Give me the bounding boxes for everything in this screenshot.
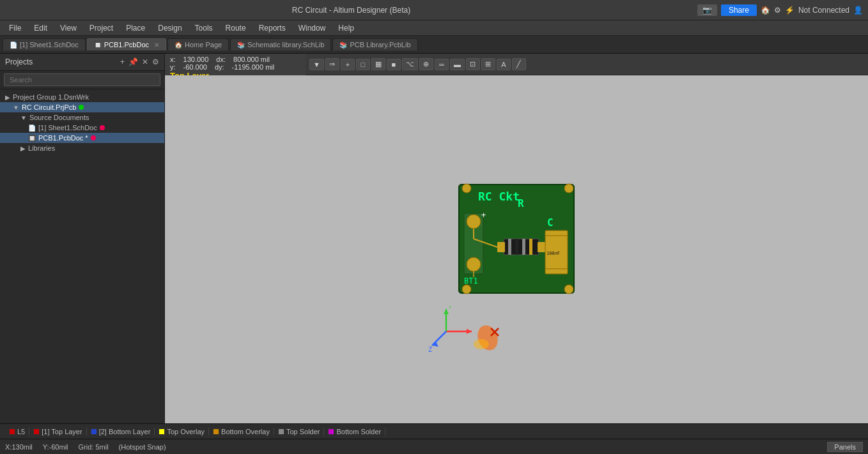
toolbar-btn-6[interactable]: ⌥ [402, 58, 418, 70]
tree-label-source_docs: Source Documents [29, 114, 89, 121]
tree-label-sheet1: [1] Sheet1.SchDoc [38, 124, 97, 132]
toolbar-btn-12[interactable]: A [497, 59, 511, 70]
profile-icon[interactable]: 👤 [853, 6, 863, 15]
layer-dot-3 [159, 428, 165, 435]
bottom-coords-bar: X:130mil Y:-60mil Grid: 5mil (Hotspot Sn… [0, 439, 868, 454]
menubar-item-view[interactable]: View [54, 22, 83, 34]
toolbar-btn-13[interactable]: ╱ [512, 58, 526, 70]
svg-rect-13 [497, 242, 505, 252]
pcb-svg: RC Ckt BT1 + R [446, 178, 587, 319]
bottom-x: X:130mil [5, 443, 33, 451]
tree-item-source_docs[interactable]: ▼ Source Documents [0, 112, 164, 123]
search-input[interactable] [4, 73, 160, 86]
layer-dot-4 [213, 428, 219, 435]
svg-rect-10 [515, 239, 518, 255]
toolbar-btn-10[interactable]: ⊡ [466, 58, 480, 70]
tree-item-rc_circuit[interactable]: ▼ RC Circuit.PrjPcb [0, 102, 164, 112]
topbar-right: 📷 Share 🏠 ⚙ ⚡ Not Connected 👤 [697, 4, 863, 16]
status-layer-5[interactable]: Top Solder [274, 428, 325, 435]
gear-icon[interactable]: ⚙ [774, 6, 781, 15]
tree-item-libraries[interactable]: ▶ Libraries [0, 143, 164, 153]
toolbar-btn-9[interactable]: ▬ [450, 59, 465, 70]
sidebar-gear-icon[interactable]: ⚙ [152, 57, 159, 66]
menubar-item-design[interactable]: Design [151, 22, 188, 34]
tree-icon-source_docs: ▼ [20, 114, 27, 121]
tree-icon-group1: ▶ [5, 94, 10, 101]
tree-item-pcb1[interactable]: 🔲 PCB1.PcbDoc * [0, 133, 164, 143]
status-layer-0[interactable]: L5 [5, 428, 29, 435]
svg-point-21 [564, 184, 573, 193]
menubar-item-window[interactable]: Window [292, 22, 332, 34]
tab-schlib[interactable]: 📚 Schematic library.SchLib [230, 38, 331, 50]
menubar-item-place[interactable]: Place [120, 22, 151, 34]
tree-label-rc_circuit: RC Circuit.PrjPcb [22, 103, 77, 111]
status-layer-3[interactable]: Top Overlay [155, 428, 209, 435]
svg-text:100nF: 100nF [546, 251, 560, 256]
tab-sheet1[interactable]: 📄 [1] Sheet1.SchDoc [3, 38, 86, 50]
toolbar-btn-11[interactable]: ⊞ [481, 58, 495, 70]
not-connected-status: Not Connected [798, 6, 849, 15]
svg-rect-12 [529, 239, 532, 255]
axis-svg: Y Z [427, 306, 478, 357]
tree-icon-libraries: ▶ [20, 145, 26, 152]
svg-text:R: R [518, 197, 524, 209]
tree-item-sheet1[interactable]: 📄 [1] Sheet1.SchDoc [0, 123, 164, 133]
tab-icon-schlib: 📚 [237, 42, 245, 49]
toolbar-btn-8[interactable]: ═ [435, 59, 449, 70]
svg-text:Y: Y [448, 306, 452, 310]
status-dot-green [79, 105, 84, 110]
layer-label-0: L5 [17, 428, 25, 435]
status-layer-2[interactable]: [2] Bottom Layer [87, 428, 155, 435]
sidebar-close-icon[interactable]: ✕ [142, 57, 148, 66]
menubar-item-help[interactable]: Help [332, 22, 360, 34]
axis-indicator: Y Z [427, 306, 478, 359]
menubar-item-reports[interactable]: Reports [252, 22, 292, 34]
status-layer-4[interactable]: Bottom Overlay [209, 428, 274, 435]
screenshot-button[interactable]: 📷 [697, 4, 717, 16]
sidebar-add-icon[interactable]: + [120, 57, 125, 66]
layer-label-3: Top Overlay [167, 428, 205, 435]
tab-label-pcb1: PCB1.PcbDoc [104, 41, 149, 49]
tab-label-schlib: Schematic library.SchLib [247, 41, 324, 49]
toolbar-btn-5[interactable]: ■ [387, 59, 401, 70]
tab-pcb1[interactable]: 🔲 PCB1.PcbDoc ✕ [87, 38, 166, 50]
share-button[interactable]: Share [721, 4, 757, 16]
statusbar: L5 [1] Top Layer [2] Bottom Layer Top Ov… [0, 423, 868, 439]
pcb-canvas[interactable]: RC Ckt BT1 + R [165, 75, 868, 423]
bottom-right: Panels [827, 442, 863, 452]
toolbar-btn-7[interactable]: ⊕ [419, 58, 433, 70]
menubar-item-tools[interactable]: Tools [189, 22, 219, 34]
svg-rect-14 [538, 242, 545, 252]
svg-text:Z: Z [428, 346, 432, 353]
x-label: x: [170, 56, 176, 63]
home-icon[interactable]: 🏠 [761, 6, 770, 15]
menubar-item-edit[interactable]: Edit [27, 22, 54, 34]
status-dot-red [91, 135, 96, 140]
sidebar: Projects + 📌 ✕ ⚙ ▶ Project Group 1.DsnWr… [0, 54, 165, 423]
panels-button[interactable]: Panels [827, 442, 863, 452]
layer-dot-5 [278, 428, 284, 435]
x-value: 130.000 [183, 56, 209, 63]
tree-label-pcb1: PCB1.PcbDoc * [38, 134, 88, 142]
tab-pcblib[interactable]: 📚 PCB Library.PcbLib [332, 38, 417, 50]
menubar-item-project[interactable]: Project [83, 22, 120, 34]
status-layer-6[interactable]: Bottom Solder [324, 428, 385, 435]
toolbar-btn-3[interactable]: □ [356, 59, 370, 70]
sidebar-pin-icon[interactable]: 📌 [128, 57, 138, 66]
toolbar-btn-1[interactable]: ⇒ [325, 58, 339, 70]
tab-icon-sheet1: 📄 [10, 42, 17, 49]
svg-text:C: C [547, 216, 554, 229]
tree-item-group1[interactable]: ▶ Project Group 1.DsnWrk [0, 92, 164, 102]
status-layer-1[interactable]: [1] Top Layer [29, 428, 86, 435]
tab-homepage[interactable]: 🏠 Home Page [167, 38, 229, 50]
menubar-item-file[interactable]: File [3, 22, 27, 34]
tab-close-pcb1[interactable]: ✕ [154, 42, 159, 49]
toolbar-btn-0[interactable]: ▼ [309, 59, 324, 70]
menubar-item-route[interactable]: Route [219, 22, 252, 34]
svg-marker-30 [444, 309, 449, 314]
layer-label-5: Top Solder [286, 428, 320, 435]
toolbar-btn-2[interactable]: + [341, 59, 355, 70]
toolbar-btn-4[interactable]: ▦ [371, 58, 385, 70]
layer-label-2: [2] Bottom Layer [99, 428, 151, 435]
dy-label: dy: [215, 63, 224, 71]
